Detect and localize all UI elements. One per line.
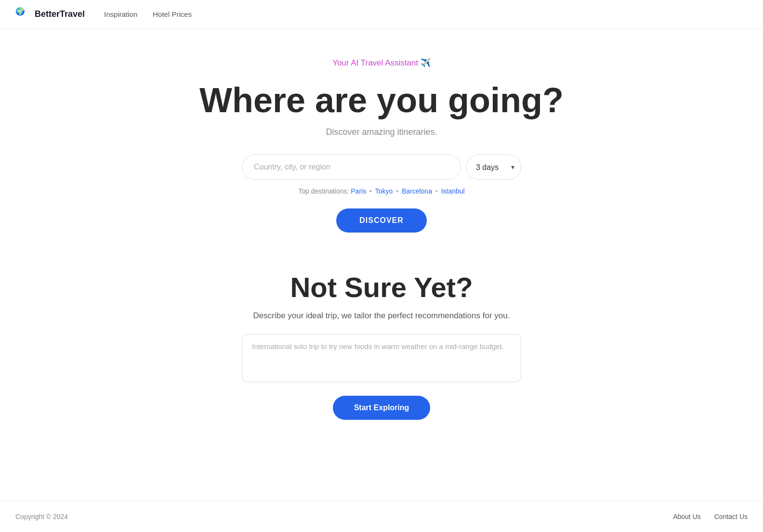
footer-link-about-us[interactable]: About Us xyxy=(673,513,701,520)
days-select-wrapper: 1 day 2 days 3 days 5 days 7 days 10 day… xyxy=(466,155,521,180)
ai-badge-text: Your AI Travel Assistant ✈️ xyxy=(332,58,431,68)
discover-button[interactable]: DISCOVER xyxy=(336,208,427,233)
logo[interactable]: 🌍 BetterTravel xyxy=(15,7,85,22)
not-sure-section: Not Sure Yet? Describe your ideal trip, … xyxy=(0,271,763,420)
nav-links: Inspiration Hotel Prices xyxy=(104,10,192,18)
not-sure-subtitle: Describe your ideal trip, we tailor the … xyxy=(253,311,510,321)
ai-badge: Your AI Travel Assistant ✈️ xyxy=(332,58,431,68)
separator-2: • xyxy=(396,187,398,195)
search-container: 1 day 2 days 3 days 5 days 7 days 10 day… xyxy=(242,155,521,180)
separator-3: • xyxy=(435,187,438,195)
destination-barcelona[interactable]: Barcelona xyxy=(402,187,432,195)
search-input[interactable] xyxy=(242,155,461,180)
logo-icon: 🌍 xyxy=(15,7,31,22)
destination-tokyo[interactable]: Tokyo xyxy=(375,187,393,195)
main-content: Your AI Travel Assistant ✈️ Where are yo… xyxy=(0,29,763,501)
footer: Copyright © 2024 About Us Contact Us xyxy=(0,501,763,532)
top-destinations-label: Top destinations: xyxy=(298,187,349,195)
hero-title: Where are you going? xyxy=(199,81,564,119)
destination-paris[interactable]: Paris xyxy=(351,187,366,195)
brand-name: BetterTravel xyxy=(35,9,85,19)
hero-subtitle: Discover amazing itineraries. xyxy=(326,127,437,137)
trip-description-textarea[interactable] xyxy=(242,334,521,382)
not-sure-title: Not Sure Yet? xyxy=(290,271,473,303)
nav-link-inspiration[interactable]: Inspiration xyxy=(104,10,137,18)
destination-istanbul[interactable]: Istanbul xyxy=(441,187,465,195)
navbar: 🌍 BetterTravel Inspiration Hotel Prices xyxy=(0,0,763,29)
footer-copyright: Copyright © 2024 xyxy=(15,513,68,520)
footer-link-contact-us[interactable]: Contact Us xyxy=(714,513,748,520)
separator-1: • xyxy=(369,187,372,195)
footer-links: About Us Contact Us xyxy=(673,513,748,520)
nav-link-hotel-prices[interactable]: Hotel Prices xyxy=(153,10,192,18)
top-destinations: Top destinations: Paris • Tokyo • Barcel… xyxy=(298,187,464,195)
start-exploring-button[interactable]: Start Exploring xyxy=(333,396,431,420)
days-select[interactable]: 1 day 2 days 3 days 5 days 7 days 10 day… xyxy=(466,155,521,180)
